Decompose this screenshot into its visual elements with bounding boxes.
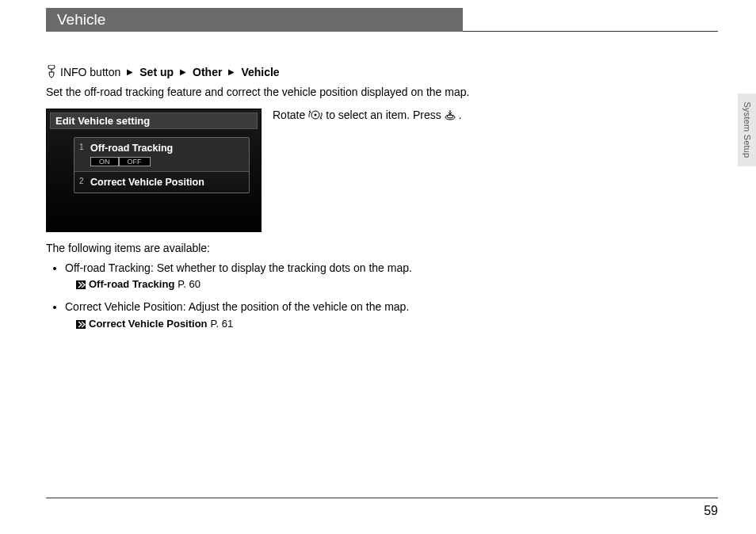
link-icon [76,280,86,289]
off-label: OFF [119,157,151,166]
triangle-icon: ▶ [180,67,186,76]
ref-label: Correct Vehicle Position [89,317,208,331]
reference-line: Correct Vehicle Position P. 61 [76,317,474,331]
on-off-toggle: ON OFF [90,157,244,166]
menu-num: 1 [79,143,84,151]
rotate-text-b: to select an item. Press [326,109,441,121]
bottom-rule [46,498,718,498]
menu-label: Off-road Tracking [90,143,173,154]
list-item: Off-road Tracking: Set whether to displa… [65,261,474,292]
rotate-text-c: . [459,109,462,121]
top-rule [463,31,718,32]
page-title-text: Vehicle [57,11,105,29]
menu-num: 2 [79,177,84,185]
breadcrumb-other: Other [193,66,222,78]
device-screenshot: Edit Vehicle setting 1 Off-road Tracking… [46,109,262,232]
reference-line: Off-road Tracking P. 60 [76,277,474,292]
menu-row-offroad: 1 Off-road Tracking ON OFF [74,138,249,172]
rotate-text-a: Rotate [273,109,305,121]
item-name: Off-road Tracking [65,261,151,274]
page-title: Vehicle [46,8,463,32]
breadcrumb-setup: Set up [139,66,174,78]
item-name: Correct Vehicle Position [65,300,183,313]
menu-label: Correct Vehicle Position [90,177,204,188]
breadcrumb: INFO button ▶ Set up ▶ Other ▶ Vehicle [46,65,474,78]
info-icon [46,65,57,78]
rotate-instruction: Rotate to select an item. Press [273,109,462,121]
menu-row-correct: 2 Correct Vehicle Position [74,172,249,193]
rotary-icon [308,109,323,120]
list-item: Correct Vehicle Position: Adjust the pos… [65,299,474,331]
item-desc: : Set whether to display the tracking do… [151,261,412,274]
page-number: 59 [704,504,718,518]
available-intro: The following items are available: [46,242,474,254]
ref-label: Off-road Tracking [89,277,174,292]
svg-point-2 [315,113,317,116]
breadcrumb-vehicle: Vehicle [241,66,279,78]
screenshot-header: Edit Vehicle setting [50,113,258,129]
breadcrumb-info: INFO button [60,66,120,78]
section-tab-text: System Setup [743,102,752,158]
ref-page: P. 60 [178,277,200,292]
section-tab: System Setup [738,93,756,166]
svg-rect-0 [48,65,55,69]
items-list: Off-road Tracking: Set whether to displa… [46,261,474,332]
link-icon [76,320,86,329]
press-icon [445,109,456,120]
on-label: ON [90,157,119,166]
description-text: Set the off-road tracking feature and co… [46,85,474,101]
svg-point-4 [447,115,453,118]
triangle-icon: ▶ [127,67,133,76]
screenshot-menu: 1 Off-road Tracking ON OFF 2 Correct Veh… [74,137,250,193]
triangle-icon: ▶ [228,67,235,76]
ref-page: P. 61 [211,317,234,331]
item-desc: : Adjust the position of the vehicle on … [183,300,410,313]
